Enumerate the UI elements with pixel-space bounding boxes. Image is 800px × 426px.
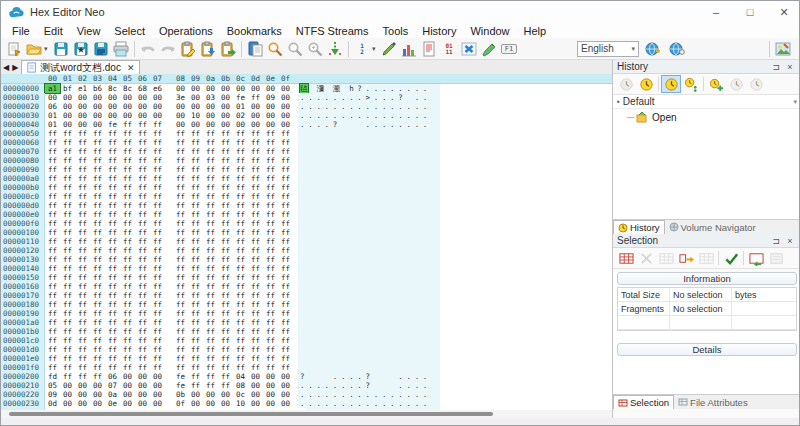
ascii-char[interactable]: . <box>316 102 324 111</box>
hex-byte[interactable]: ff <box>218 219 233 228</box>
ascii-char[interactable] <box>357 120 365 129</box>
hex-byte[interactable]: ff <box>105 255 120 264</box>
ascii-char[interactable]: . <box>415 102 423 111</box>
hex-byte[interactable]: ff <box>203 381 218 390</box>
hex-byte[interactable]: ff <box>248 309 263 318</box>
hex-byte[interactable]: ff <box>150 156 165 165</box>
hex-byte[interactable]: 00 <box>188 399 203 408</box>
history-timeline-icon[interactable] <box>681 75 701 93</box>
hex-byte[interactable]: ff <box>45 255 60 264</box>
hex-byte[interactable]: ff <box>278 354 293 363</box>
ascii-char[interactable] <box>325 372 333 381</box>
hex-byte[interactable]: ff <box>203 372 218 381</box>
hex-byte[interactable]: ff <box>173 129 188 138</box>
hex-byte[interactable]: ff <box>105 201 120 210</box>
hex-byte[interactable]: ff <box>248 363 263 372</box>
hex-byte[interactable]: ff <box>150 264 165 273</box>
hex-byte[interactable]: ff <box>150 246 165 255</box>
hex-byte[interactable]: ff <box>45 345 60 354</box>
hex-byte[interactable]: ff <box>278 363 293 372</box>
information-header-button[interactable]: Information <box>617 272 797 285</box>
hex-byte[interactable]: ff <box>150 210 165 219</box>
hex-byte[interactable]: ff <box>60 174 75 183</box>
hex-byte[interactable]: ff <box>105 336 120 345</box>
hex-byte[interactable]: ff <box>45 165 60 174</box>
hex-byte[interactable]: ff <box>248 138 263 147</box>
hex-byte[interactable]: 00 <box>105 102 120 111</box>
hex-byte[interactable]: ff <box>60 372 75 381</box>
hex-byte[interactable]: ff <box>120 246 135 255</box>
hex-byte[interactable]: ff <box>218 138 233 147</box>
hex-byte[interactable]: ff <box>135 354 150 363</box>
horizontal-scrollbar-thumb[interactable] <box>9 412 493 416</box>
hex-byte[interactable]: ff <box>263 201 278 210</box>
hex-byte[interactable]: ff <box>233 210 248 219</box>
menu-history[interactable]: History <box>415 24 463 38</box>
ascii-char[interactable]: . <box>316 390 324 399</box>
hex-byte[interactable]: ff <box>248 354 263 363</box>
ascii-char[interactable]: . <box>423 120 431 129</box>
menu-edit[interactable]: Edit <box>37 24 70 38</box>
hex-byte[interactable]: ff <box>233 228 248 237</box>
hex-byte[interactable]: ff <box>173 201 188 210</box>
hex-byte[interactable]: ff <box>120 345 135 354</box>
hex-byte[interactable]: ff <box>135 309 150 318</box>
hex-byte[interactable]: ff <box>218 165 233 174</box>
hex-byte[interactable]: 00 <box>248 111 263 120</box>
ascii-char[interactable]: . <box>308 111 316 120</box>
ascii-char[interactable] <box>325 84 333 93</box>
ascii-char[interactable]: . <box>406 102 414 111</box>
hex-byte[interactable]: ff <box>120 291 135 300</box>
hex-byte[interactable]: ff <box>263 183 278 192</box>
hex-byte[interactable]: 00 <box>45 93 60 102</box>
hex-byte[interactable]: ff <box>60 282 75 291</box>
ascii-char[interactable]: ? <box>366 372 374 381</box>
hex-byte[interactable]: ff <box>45 354 60 363</box>
hex-byte[interactable]: ff <box>278 309 293 318</box>
hex-byte[interactable]: ff <box>188 201 203 210</box>
ascii-char[interactable]: . <box>406 120 414 129</box>
hex-byte[interactable]: ff <box>150 228 165 237</box>
hex-byte[interactable]: ff <box>188 309 203 318</box>
ascii-char[interactable]: ? <box>333 120 341 129</box>
hex-byte[interactable]: 00 <box>278 372 293 381</box>
hex-byte[interactable]: ff <box>135 345 150 354</box>
hex-byte[interactable]: 00 <box>60 102 75 111</box>
hex-byte[interactable]: 0e <box>105 399 120 408</box>
hex-byte[interactable]: ff <box>105 291 120 300</box>
hex-byte[interactable]: ff <box>263 156 278 165</box>
hex-byte[interactable]: ff <box>150 327 165 336</box>
hex-byte[interactable]: 00 <box>120 102 135 111</box>
ascii-char[interactable] <box>316 372 324 381</box>
hex-byte[interactable]: ff <box>90 264 105 273</box>
hex-byte[interactable]: ff <box>90 201 105 210</box>
hex-byte[interactable]: 0f <box>173 399 188 408</box>
hex-byte[interactable]: ff <box>120 309 135 318</box>
hex-byte[interactable]: 00 <box>218 120 233 129</box>
ascii-char[interactable]: . <box>300 120 308 129</box>
hex-byte[interactable]: 03 <box>203 93 218 102</box>
hex-byte[interactable]: ff <box>188 336 203 345</box>
hex-byte[interactable]: ff <box>45 318 60 327</box>
fill-tool-icon[interactable] <box>379 40 399 58</box>
ascii-char[interactable]: . <box>325 102 333 111</box>
hex-byte[interactable]: ff <box>75 363 90 372</box>
hex-byte[interactable]: ff <box>135 363 150 372</box>
hex-byte[interactable]: ff <box>45 363 60 372</box>
hex-byte[interactable]: ff <box>233 183 248 192</box>
hex-byte[interactable]: ff <box>278 291 293 300</box>
hex-byte[interactable]: ff <box>75 192 90 201</box>
hex-byte[interactable]: ff <box>120 300 135 309</box>
hex-byte[interactable]: 00 <box>60 381 75 390</box>
hex-byte[interactable]: ff <box>248 237 263 246</box>
hex-byte[interactable]: ff <box>150 129 165 138</box>
ascii-char[interactable]: . <box>325 390 333 399</box>
hex-byte[interactable]: 00 <box>75 120 90 129</box>
hex-byte[interactable]: ff <box>233 219 248 228</box>
hex-byte[interactable]: ff <box>90 246 105 255</box>
hex-byte[interactable]: 3e <box>173 93 188 102</box>
hex-byte[interactable]: ff <box>188 282 203 291</box>
validate-selection-icon[interactable] <box>721 249 741 267</box>
hex-byte[interactable]: ff <box>233 192 248 201</box>
hex-byte[interactable]: ff <box>135 228 150 237</box>
